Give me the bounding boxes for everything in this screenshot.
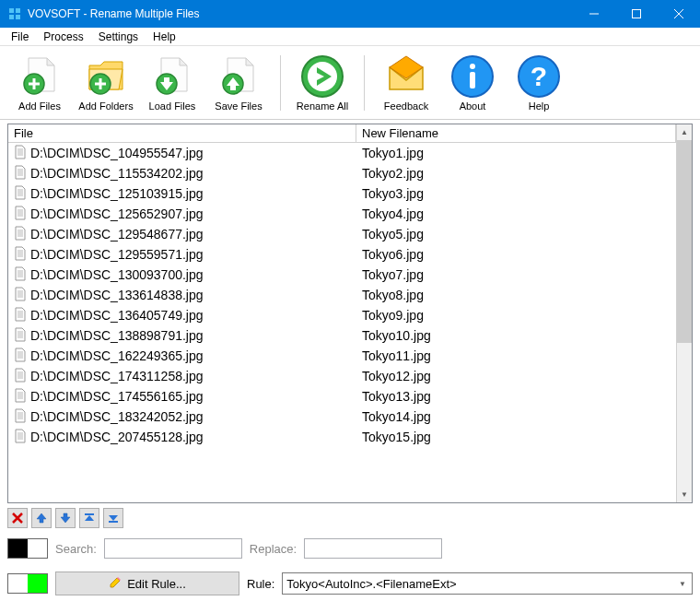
file-up-icon [216, 54, 261, 99]
table-row[interactable]: D:\DCIM\DSC_207455128.jpgTokyo15.jpg [8, 427, 676, 447]
cell-file: D:\DCIM\DSC_130093700.jpg [8, 266, 356, 284]
cell-file: D:\DCIM\DSC_129559571.jpg [8, 246, 356, 264]
scroll-up-icon[interactable]: ▲ [677, 124, 692, 140]
replace-input[interactable] [304, 538, 442, 559]
rule-toggle[interactable] [7, 573, 48, 594]
file-path: D:\DCIM\DSC_174311258.jpg [30, 369, 204, 383]
toolbar: Add FilesAdd FoldersLoad FilesSave Files… [0, 46, 700, 120]
add-files-button[interactable]: Add Files [7, 50, 72, 116]
column-file[interactable]: File [8, 124, 356, 142]
svg-point-19 [308, 62, 337, 91]
table-row[interactable]: D:\DCIM\DSC_162249365.jpgTokyo11.jpg [8, 346, 676, 366]
svg-rect-1 [16, 8, 20, 13]
title-bar: VOVSOFT - Rename Multiple Files [0, 0, 700, 28]
table-row[interactable]: D:\DCIM\DSC_125652907.jpgTokyo4.jpg [8, 204, 676, 224]
cell-file: D:\DCIM\DSC_125103915.jpg [8, 185, 356, 203]
rule-row: Edit Rule... Rule: Tokyo<AutoInc>.<Filen… [7, 570, 693, 597]
add-folders-button[interactable]: Add Folders [74, 50, 138, 116]
menu-file[interactable]: File [4, 29, 36, 45]
cell-file: D:\DCIM\DSC_174556165.jpg [8, 388, 356, 406]
file-path: D:\DCIM\DSC_130093700.jpg [30, 267, 204, 282]
info-icon [450, 54, 495, 99]
file-icon [14, 266, 27, 284]
minimize-button[interactable] [573, 0, 615, 28]
cell-new-filename: Tokyo14.jpg [356, 409, 676, 424]
close-button[interactable] [658, 0, 700, 28]
svg-text:?: ? [531, 61, 547, 91]
table-row[interactable]: D:\DCIM\DSC_125103915.jpgTokyo3.jpg [8, 183, 676, 204]
load-files-label: Load Files [149, 100, 196, 112]
scroll-down-icon[interactable]: ▼ [677, 487, 692, 502]
table-row[interactable]: D:\DCIM\DSC_129559571.jpgTokyo6.jpg [8, 244, 676, 265]
file-icon [14, 246, 27, 264]
table-row[interactable]: D:\DCIM\DSC_115534202.jpgTokyo2.jpg [8, 163, 676, 183]
search-label: Search: [55, 542, 97, 556]
table-row[interactable]: D:\DCIM\DSC_130093700.jpgTokyo7.jpg [8, 265, 676, 285]
scroll-thumb[interactable] [677, 140, 692, 343]
edit-rule-button[interactable]: Edit Rule... [55, 572, 239, 595]
file-icon [14, 368, 27, 385]
vertical-scrollbar[interactable]: ▲ ▼ [676, 124, 692, 502]
search-input[interactable] [104, 538, 242, 559]
file-icon [14, 165, 27, 183]
menu-settings[interactable]: Settings [91, 29, 146, 45]
cell-file: D:\DCIM\DSC_115534202.jpg [8, 165, 356, 183]
load-files-button[interactable]: Load Files [140, 50, 204, 116]
search-toggle[interactable] [7, 538, 48, 559]
move-up-button[interactable] [31, 508, 52, 528]
file-icon [14, 327, 27, 345]
table-row[interactable]: D:\DCIM\DSC_174556165.jpgTokyo13.jpg [8, 386, 676, 407]
cell-file: D:\DCIM\DSC_162249365.jpg [8, 348, 356, 365]
rule-combobox[interactable]: Tokyo<AutoInc>.<FilenameExt> ▼ [282, 572, 693, 595]
cell-new-filename: Tokyo6.jpg [356, 247, 676, 262]
envelope-icon [384, 54, 428, 99]
table-row[interactable]: D:\DCIM\DSC_129548677.jpgTokyo5.jpg [8, 224, 676, 244]
move-bottom-button[interactable] [103, 508, 123, 528]
maximize-button[interactable] [615, 0, 658, 28]
list-header: File New Filename [8, 124, 676, 143]
svg-marker-90 [37, 513, 46, 523]
file-icon [14, 185, 27, 203]
cell-file: D:\DCIM\DSC_174311258.jpg [8, 368, 356, 385]
table-row[interactable]: D:\DCIM\DSC_133614838.jpgTokyo8.jpg [8, 285, 676, 305]
table-row[interactable]: D:\DCIM\DSC_174311258.jpgTokyo12.jpg [8, 366, 676, 386]
about-button[interactable]: About [440, 50, 505, 116]
svg-rect-0 [9, 8, 14, 13]
table-row[interactable]: D:\DCIM\DSC_136405749.jpgTokyo9.jpg [8, 305, 676, 325]
table-row[interactable]: D:\DCIM\DSC_138898791.jpgTokyo10.jpg [8, 325, 676, 346]
svg-rect-5 [633, 10, 641, 18]
about-label: About [460, 100, 486, 112]
rename-all-button[interactable]: Rename All [290, 50, 355, 116]
file-icon [14, 348, 27, 365]
file-icon [14, 429, 27, 446]
menu-bar: FileProcessSettingsHelp [0, 28, 700, 46]
question-icon: ? [517, 54, 561, 99]
menu-process[interactable]: Process [36, 29, 90, 45]
menu-help[interactable]: Help [146, 29, 183, 45]
delete-button[interactable] [7, 508, 28, 528]
svg-rect-25 [470, 72, 475, 88]
column-new-filename[interactable]: New Filename [356, 124, 676, 142]
file-path: D:\DCIM\DSC_183242052.jpg [30, 409, 204, 424]
cell-new-filename: Tokyo10.jpg [356, 328, 676, 343]
table-row[interactable]: D:\DCIM\DSC_183242052.jpgTokyo14.jpg [8, 407, 676, 427]
save-files-button[interactable]: Save Files [206, 50, 271, 116]
action-row [7, 507, 693, 529]
file-icon [14, 145, 27, 162]
edit-rule-label: Edit Rule... [127, 577, 186, 591]
svg-rect-2 [9, 15, 14, 19]
move-top-button[interactable] [79, 508, 99, 528]
table-row[interactable]: D:\DCIM\DSC_104955547.jpgTokyo1.jpg [8, 143, 676, 163]
move-down-button[interactable] [55, 508, 76, 528]
cell-file: D:\DCIM\DSC_125652907.jpg [8, 206, 356, 223]
help-button[interactable]: ?Help [507, 50, 571, 116]
file-path: D:\DCIM\DSC_162249365.jpg [30, 348, 204, 363]
file-icon [14, 408, 27, 426]
feedback-button[interactable]: Feedback [374, 50, 438, 116]
cell-file: D:\DCIM\DSC_129548677.jpg [8, 226, 356, 243]
window-title: VOVSOFT - Rename Multiple Files [28, 7, 573, 20]
cell-new-filename: Tokyo5.jpg [356, 227, 676, 242]
app-icon [7, 6, 22, 21]
pencil-icon [109, 576, 122, 592]
file-path: D:\DCIM\DSC_174556165.jpg [30, 389, 204, 404]
